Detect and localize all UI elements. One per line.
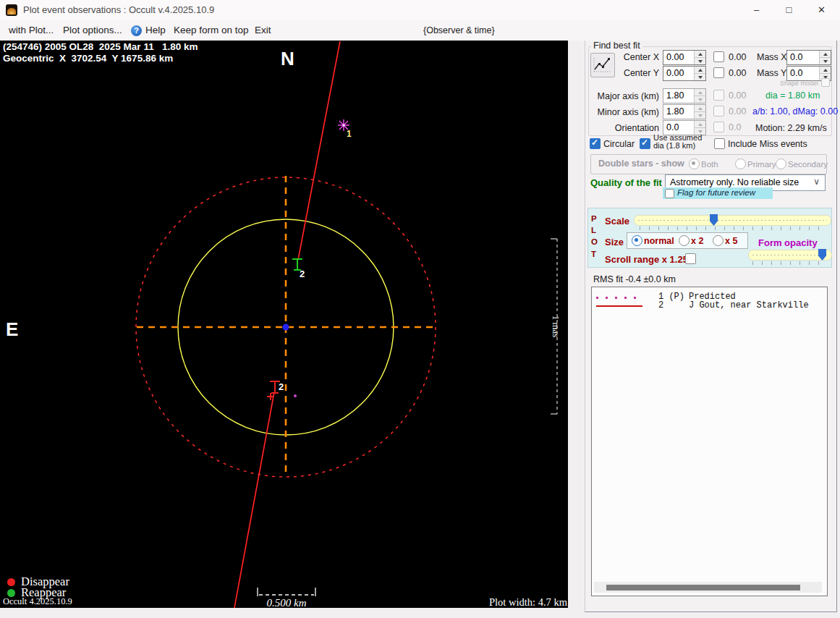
rms-fit-text: RMS fit -0.4 ±0.0 km: [593, 274, 676, 284]
include-miss-label: Include Miss events: [728, 139, 807, 149]
geocentric-coords: Geocentric X 3702.54 Y 1675.86 km: [3, 53, 173, 64]
quality-value: Astrometry only. No reliable size: [670, 177, 799, 187]
occult-version-label: Occult 4.2025.10.9: [3, 596, 72, 607]
major-axis-checkbox: [713, 90, 724, 101]
mass-y-value: 0.0: [787, 67, 819, 80]
titlebar: Plot event observations : Occult v.4.202…: [0, 0, 840, 20]
size-x5-label: x 5: [725, 236, 737, 246]
shape-model-label: Shape model: [780, 80, 818, 87]
center-dot: [283, 324, 289, 331]
app-icon: [6, 4, 17, 16]
menu-with-plot[interactable]: with Plot...: [9, 20, 54, 41]
chevron-down-icon[interactable]: ∨: [813, 177, 820, 187]
maximize-icon[interactable]: □: [773, 0, 805, 20]
center-y-value: 0.00: [663, 67, 694, 80]
predicted-point-dot: [294, 394, 297, 397]
orientation-up-icon: [694, 121, 705, 127]
size-label: Size: [605, 237, 624, 247]
center-y-down-icon[interactable]: [694, 73, 705, 80]
major-axis-label: Major axis (km): [593, 91, 659, 101]
minimize-icon[interactable]: –: [740, 0, 773, 20]
center-y-aux-value: 0.00: [729, 68, 746, 78]
circular-checkbox[interactable]: [590, 138, 601, 149]
mass-x-down-icon[interactable]: [819, 57, 831, 64]
minor-axis-up-icon: [694, 105, 705, 111]
observation-name[interactable]: J Gout, near Starkville: [689, 300, 809, 310]
mass-x-up-icon[interactable]: [819, 51, 831, 57]
center-x-down-icon[interactable]: [694, 57, 705, 64]
mass-y-label: Mass Y: [757, 68, 786, 78]
predicted-line-swatch: [596, 297, 642, 299]
chart-icon: [591, 54, 613, 75]
center-y-up-icon[interactable]: [694, 67, 705, 73]
size-x2-radio[interactable]: [679, 235, 690, 246]
plot-canvas: 1 2 2: [0, 41, 568, 608]
scale-slider[interactable]: [634, 215, 831, 226]
orientation-checkbox: [713, 122, 724, 132]
circular-label: Circular: [603, 139, 635, 149]
flag-review-checkbox[interactable]: [665, 189, 674, 198]
center-x-aux-value: 0.00: [729, 52, 746, 62]
double-stars-title: Double stars - show: [598, 158, 684, 169]
plot-area: 1 2 2: [0, 41, 568, 608]
include-miss-checkbox[interactable]: [714, 138, 725, 149]
minor-axis-spinner: 1.80: [663, 104, 706, 119]
mass-x-label: Mass X: [757, 52, 787, 62]
center-y-spinner[interactable]: 0.00: [663, 66, 706, 81]
mass-x-spinner[interactable]: 0.0: [786, 50, 831, 65]
size-normal-radio[interactable]: [632, 235, 642, 246]
shape-model-checkbox: [821, 78, 830, 87]
close-icon[interactable]: ✕: [805, 0, 838, 20]
disappear-dot-icon: [7, 578, 15, 586]
major-axis-spinner: 1.80: [663, 88, 706, 103]
diameter-text: dia = 1.80 km: [765, 90, 820, 101]
size-x5-radio[interactable]: [713, 235, 724, 246]
app-window: Plot event observations : Occult v.4.202…: [0, 0, 840, 618]
axis-ratio-text: a/b: 1.00, dMag: 0.00: [752, 106, 838, 117]
km-scale-bracket: [258, 588, 315, 596]
minor-axis-down-icon: [694, 111, 705, 119]
scroll-range-label: Scroll range x 1.25: [605, 254, 688, 265]
center-y-checkbox[interactable]: [713, 67, 724, 78]
center-x-checkbox[interactable]: [713, 51, 724, 62]
center-x-up-icon[interactable]: [694, 51, 705, 57]
menu-keep-on-top[interactable]: Keep form on top: [174, 20, 249, 41]
mass-y-up-icon[interactable]: [819, 67, 831, 73]
double-primary-label: Primary: [747, 160, 776, 169]
event-title: (254746) 2005 OL28 2025 Mar 11 1.80 km: [3, 41, 198, 52]
center-x-spinner[interactable]: 0.00: [663, 50, 706, 65]
menu-plot-options[interactable]: Plot options...: [63, 20, 122, 41]
list-hscrollbar-thumb[interactable]: [606, 585, 800, 591]
east-label: E: [6, 318, 18, 341]
flag-review-label: Flag for future review: [677, 188, 755, 197]
occult-logo-icon: [7, 8, 16, 14]
list-hscrollbar[interactable]: [594, 582, 822, 593]
size-normal-label: normal: [644, 236, 674, 246]
reappear-dot-icon: [7, 589, 15, 597]
scroll-range-checkbox[interactable]: [685, 253, 696, 264]
mass-x-value: 0.0: [787, 51, 819, 64]
quality-label: Quality of the fit: [590, 177, 662, 188]
flag-review-wrap: Flag for future review: [663, 187, 773, 199]
double-both-label: Both: [701, 160, 718, 169]
observation-list[interactable]: 1 (P) Predicted 2 J Gout, near Starkvill…: [591, 287, 828, 596]
use-assumed-checkbox[interactable]: [640, 138, 650, 149]
motion-text: Motion: 2.29 km/s: [755, 123, 827, 133]
minor-axis-value: 1.80: [663, 105, 694, 119]
center-x-label: Center X: [611, 52, 659, 62]
major-axis-up-icon: [694, 89, 705, 96]
menu-help[interactable]: Help: [145, 20, 166, 41]
size-x2-label: x 2: [691, 236, 703, 246]
menu-exit[interactable]: Exit: [255, 20, 271, 41]
help-icon[interactable]: ?: [131, 25, 142, 36]
scale-label: Scale: [605, 216, 629, 227]
double-both-radio: [689, 158, 700, 169]
minor-axis-label: Minor axis (km): [593, 107, 659, 117]
find-best-fit-title: Find best fit: [591, 41, 642, 51]
major-axis-value: 1.80: [663, 89, 694, 103]
observation-num[interactable]: 2: [658, 300, 663, 310]
major-axis-down-icon: [694, 96, 705, 103]
window-title: Plot event observations : Occult v.4.202…: [23, 0, 214, 20]
disappear-marker-label: 2: [279, 381, 284, 392]
reappear-marker-label: 2: [300, 268, 305, 279]
